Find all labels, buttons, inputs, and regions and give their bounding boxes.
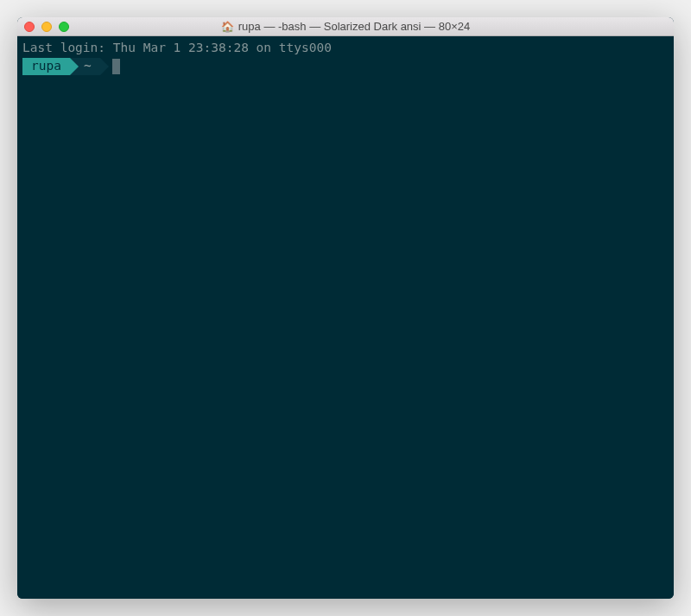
prompt-user-segment: rupa (22, 58, 70, 75)
minimize-icon[interactable] (41, 22, 52, 32)
cursor (112, 59, 120, 74)
window-title: rupa — -bash — Solarized Dark ansi — 80×… (238, 20, 470, 33)
maximize-icon[interactable] (59, 22, 69, 32)
home-icon: 🏠 (221, 21, 234, 33)
titlebar[interactable]: 🏠 rupa — -bash — Solarized Dark ansi — 8… (17, 17, 674, 36)
prompt-line: rupa ~ (22, 58, 669, 75)
terminal-body[interactable]: Last login: Thu Mar 1 23:38:28 on ttys00… (17, 36, 674, 599)
window-title-wrap: 🏠 rupa — -bash — Solarized Dark ansi — 8… (17, 20, 674, 33)
traffic-lights (24, 22, 69, 32)
last-login-line: Last login: Thu Mar 1 23:38:28 on ttys00… (22, 40, 669, 57)
close-icon[interactable] (24, 22, 35, 32)
terminal-window: 🏠 rupa — -bash — Solarized Dark ansi — 8… (17, 17, 674, 599)
